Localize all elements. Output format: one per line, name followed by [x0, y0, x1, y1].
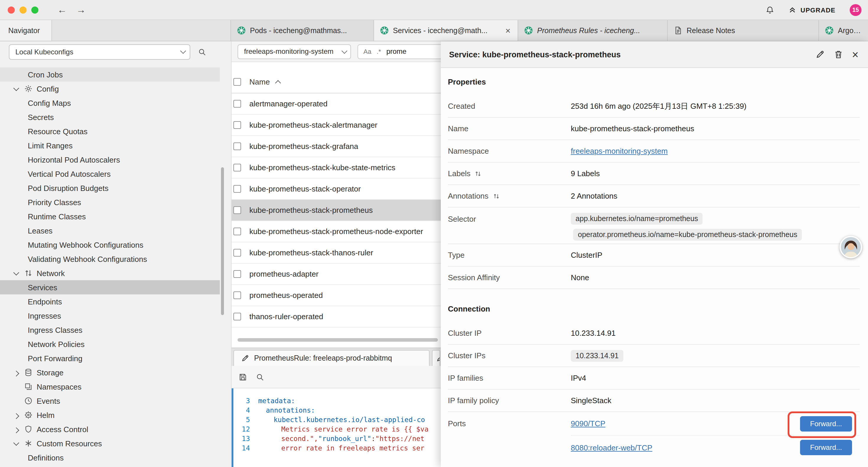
sidebar-item-network-policies[interactable]: Network Policies — [0, 337, 220, 351]
sidebar-item-horizontal-pod-autoscalers[interactable]: Horizontal Pod Autoscalers — [0, 152, 220, 167]
sidebar-item-network[interactable]: Network — [0, 266, 220, 280]
tab-pods-icecheng-mathmas[interactable]: Pods - icecheng@mathmas... — [231, 20, 374, 41]
sidebar-item-storage[interactable]: Storage — [0, 365, 220, 380]
table-row-kube-prometheus-stack-kube-state-metrics[interactable]: kube-prometheus-stack-kube-state-metrics — [231, 157, 441, 178]
sidebar-item-config-maps[interactable]: Config Maps — [0, 96, 220, 110]
sidebar-item-priority-classes[interactable]: Priority Classes — [0, 195, 220, 209]
sidebar-item-vertical-pod-autoscalers[interactable]: Vertical Pod Autoscalers — [0, 167, 220, 181]
sidebar-item-secrets[interactable]: Secrets — [0, 110, 220, 124]
property-row-name: Namekube-prometheus-stack-prometheus — [448, 118, 860, 140]
zoom-window-button[interactable] — [31, 6, 38, 13]
table-row-alertmanager-operated[interactable]: alertmanager-operated — [231, 93, 441, 115]
sidebar-item-pod-disruption-budgets[interactable]: Pod Disruption Budgets — [0, 181, 220, 195]
upgrade-button[interactable]: UPGRADE — [788, 6, 836, 14]
delete-trash-icon[interactable] — [834, 50, 843, 59]
table-row-prometheus-adapter[interactable]: prometheus-adapter — [231, 264, 441, 285]
sidebar-item-ingress-classes[interactable]: Ingress Classes — [0, 323, 220, 337]
value-badge: operator.prometheus.io/name=kube-prometh… — [573, 229, 802, 241]
row-checkbox[interactable] — [234, 185, 241, 193]
namespace-link[interactable]: freeleaps-monitoring-system — [571, 147, 668, 155]
row-checkbox[interactable] — [234, 164, 241, 171]
row-checkbox[interactable] — [234, 228, 241, 235]
sort-updown-icon[interactable] — [475, 170, 482, 177]
kubeconfig-select[interactable]: Local Kubeconfigs — [9, 44, 190, 59]
table-row-kube-prometheus-stack-operator[interactable]: kube-prometheus-stack-operator — [231, 178, 441, 200]
tab-release-notes[interactable]: Release Notes — [668, 20, 819, 41]
sidebar-item-port-forwarding[interactable]: Port Forwarding — [0, 351, 220, 365]
sidebar-item-definitions[interactable]: Definitions — [0, 450, 220, 465]
table-row-kube-prometheus-stack-grafana[interactable]: kube-prometheus-stack-grafana — [231, 136, 441, 157]
tab-argo-se[interactable]: Argo Se — [819, 20, 868, 41]
close-tab-icon[interactable]: × — [504, 26, 512, 35]
code-line: 4annotations: — [234, 406, 441, 415]
sidebar-item-leases[interactable]: Leases — [0, 224, 220, 238]
sidebar-item-limit-ranges[interactable]: Limit Ranges — [0, 138, 220, 152]
port-link[interactable]: 8080:reloader-web/TCP — [571, 443, 652, 452]
close-drawer-icon[interactable]: × — [852, 49, 859, 60]
sidebar-item-helm[interactable]: Helm — [0, 408, 220, 422]
sidebar-item-custom-resources[interactable]: Custom Resources — [0, 436, 220, 450]
save-icon[interactable] — [239, 373, 247, 381]
sidebar-item-endpoints[interactable]: Endpoints — [0, 294, 220, 309]
sidebar-item-runtime-classes[interactable]: Runtime Classes — [0, 209, 220, 224]
search-icon[interactable] — [256, 373, 264, 381]
row-checkbox[interactable] — [234, 121, 241, 129]
yaml-editor[interactable]: 3metadata:4annotations:5kubectl.kubernet… — [231, 388, 441, 467]
close-window-button[interactable] — [8, 6, 15, 13]
sidebar-item-ingresses[interactable]: Ingresses — [0, 309, 220, 323]
search-icon[interactable] — [198, 48, 206, 56]
forward-button[interactable]: Forward... — [800, 440, 852, 455]
double-chevron-up-icon — [788, 6, 797, 14]
value-badge: app.kubernetes.io/name=prometheus — [571, 213, 703, 225]
minimize-window-button[interactable] — [20, 6, 27, 13]
forward-icon[interactable]: → — [76, 5, 86, 14]
match-case-toggle[interactable]: Aa — [363, 48, 371, 55]
row-checkbox[interactable] — [234, 206, 241, 214]
namespace-filter-select[interactable]: freeleaps-monitoring-system — [238, 44, 351, 59]
row-checkbox[interactable] — [234, 291, 241, 299]
table-row-kube-prometheus-stack-prometheus[interactable]: kube-prometheus-stack-prometheus — [231, 200, 441, 221]
sidebar-item-services[interactable]: Services — [0, 280, 220, 294]
sidebar-item-cron-jobs[interactable]: Cron Jobs — [0, 67, 220, 82]
sort-ascending-icon[interactable] — [275, 80, 281, 86]
tab-services-icecheng-math[interactable]: Services - icecheng@math...× — [374, 20, 518, 41]
editor-toolbar — [231, 366, 441, 388]
sidebar-scrollbar-thumb[interactable] — [221, 167, 224, 315]
avatar — [840, 236, 862, 258]
dock-tab-partial[interactable] — [432, 350, 440, 366]
horizontal-scrollbar — [231, 338, 441, 342]
sidebar-item-resource-quotas[interactable]: Resource Quotas — [0, 124, 220, 138]
notification-count-badge[interactable]: 15 — [850, 4, 862, 16]
row-checkbox[interactable] — [234, 143, 241, 150]
row-checkbox[interactable] — [234, 270, 241, 278]
regex-toggle[interactable]: .* — [377, 48, 381, 55]
chevron-down-icon — [180, 48, 186, 54]
edit-pencil-icon[interactable] — [815, 50, 825, 59]
sidebar-item-namespaces[interactable]: Namespaces — [0, 380, 220, 394]
table-row-kube-prometheus-stack-prometheus-node-ex[interactable]: kube-prometheus-stack-prometheus-node-ex… — [231, 221, 441, 242]
forward-button[interactable]: Forward... — [800, 416, 852, 431]
back-icon[interactable]: ← — [57, 5, 67, 14]
notifications-bell-icon[interactable] — [766, 6, 774, 14]
row-checkbox[interactable] — [234, 249, 241, 257]
table-row-prometheus-operated[interactable]: prometheus-operated — [231, 285, 441, 306]
sidebar-item-config[interactable]: Config — [0, 82, 220, 96]
table-row-thanos-ruler-operated[interactable]: thanos-ruler-operated — [231, 306, 441, 327]
column-header-name[interactable]: Name — [249, 78, 270, 86]
table-row-kube-prometheus-stack-thanos-ruler[interactable]: kube-prometheus-stack-thanos-ruler — [231, 242, 441, 264]
sidebar-item-access-control[interactable]: Access Control — [0, 422, 220, 436]
dock-tab-prometheusrule[interactable]: PrometheusRule: freeleaps-prod-rabbitmq — [234, 350, 430, 366]
sidebar-item-validating-webhook-configurations[interactable]: Validating Webhook Configurations — [0, 252, 220, 266]
port-link[interactable]: 9090/TCP — [571, 419, 606, 428]
row-checkbox[interactable] — [234, 100, 241, 108]
sidebar-item-events[interactable]: Events — [0, 394, 220, 408]
sidebar-item-label: Resource Quotas — [0, 127, 88, 136]
table-row-kube-prometheus-stack-alertmanager[interactable]: kube-prometheus-stack-alertmanager — [231, 115, 441, 136]
sort-updown-icon[interactable] — [493, 193, 500, 200]
tab-prometheus-rules-icecheng[interactable]: Prometheus Rules - icecheng... — [518, 20, 668, 41]
row-checkbox[interactable] — [234, 313, 241, 320]
navigator-tab[interactable]: Navigator — [0, 20, 52, 41]
sidebar-item-mutating-webhook-configurations[interactable]: Mutating Webhook Configurations — [0, 238, 220, 252]
horizontal-scrollbar-thumb[interactable] — [238, 338, 438, 342]
select-all-checkbox[interactable] — [234, 78, 241, 86]
